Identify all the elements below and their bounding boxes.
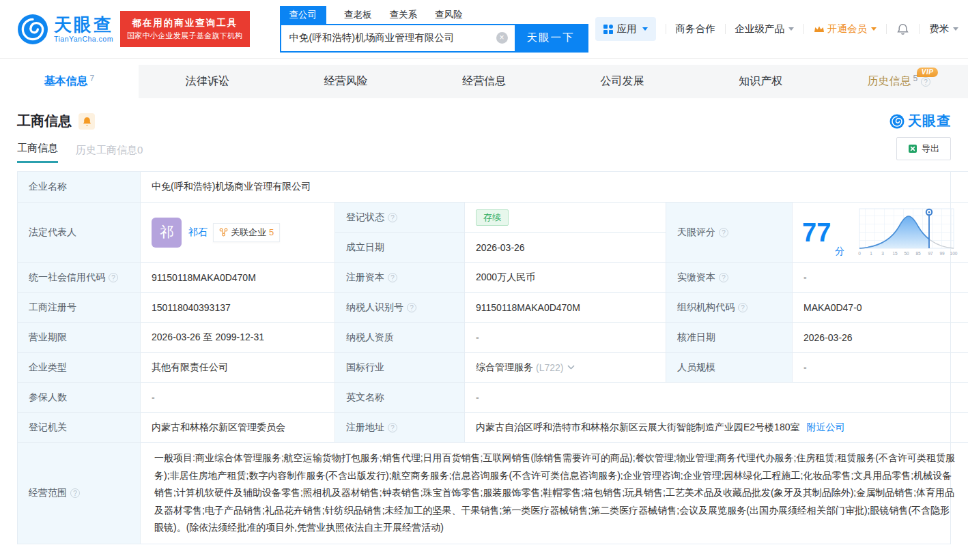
related-companies-label: 关联企业 bbox=[231, 226, 266, 239]
reg-capital-label-text: 注册资本 bbox=[346, 271, 384, 284]
tab-label: 基本信息 bbox=[44, 74, 87, 89]
taxpayer-id-label-text: 纳税人识别号 bbox=[346, 301, 403, 314]
question-icon[interactable]: ? bbox=[921, 77, 930, 87]
legal-rep-avatar[interactable]: 祁 bbox=[152, 218, 182, 248]
uscc-label: 统一社会信用代码? bbox=[17, 262, 140, 292]
reg-authority-value: 内蒙古和林格尔新区管理委员会 bbox=[140, 412, 334, 442]
staff-size-value: - bbox=[792, 352, 968, 382]
tab-intellectual-property[interactable]: 知识产权 bbox=[692, 65, 830, 98]
reg-capital-label: 注册资本? bbox=[334, 262, 464, 292]
clear-icon[interactable]: × bbox=[496, 32, 508, 44]
taxpayer-id-value: 91150118MAKA0D470M bbox=[464, 292, 666, 322]
question-icon[interactable]: ? bbox=[719, 273, 728, 282]
brand-domain: TianYanCha.com bbox=[54, 35, 113, 43]
top-nav: 应用 商务合作 企业级产品 开通会员 费米 bbox=[595, 17, 959, 41]
business-term-value: 2026-03-26 至 2099-12-31 bbox=[140, 322, 334, 352]
slogan-banner: 都在用的商业查询工具 国家中小企业发展子基金旗下机构 bbox=[120, 11, 250, 48]
subtab-business-info[interactable]: 工商信息 bbox=[17, 142, 58, 163]
svg-text:3: 3 bbox=[881, 251, 884, 256]
paid-capital-value: - bbox=[792, 262, 968, 292]
question-icon[interactable]: ? bbox=[738, 303, 748, 312]
related-companies-badge[interactable]: 关联企业 5 bbox=[213, 223, 280, 242]
slogan-line2: 国家中小企业发展子基金旗下机构 bbox=[127, 30, 243, 42]
question-icon[interactable]: ? bbox=[388, 423, 397, 432]
question-icon[interactable]: ? bbox=[388, 213, 397, 222]
tab-company-development[interactable]: 公司发展 bbox=[553, 65, 692, 98]
tab-count: 7 bbox=[89, 74, 94, 83]
bell-icon bbox=[896, 23, 909, 35]
bell-icon bbox=[83, 117, 91, 126]
insured-count-value: - bbox=[140, 382, 334, 412]
legal-rep-cell: 祁 祁石 关联企业 5 bbox=[140, 202, 334, 262]
nav-business-coop[interactable]: 商务合作 bbox=[676, 23, 715, 35]
apps-menu[interactable]: 应用 bbox=[595, 17, 656, 41]
watermark-text: 天眼查 bbox=[908, 112, 951, 130]
search-tab-boss[interactable]: 查老板 bbox=[344, 6, 372, 24]
industry-expand-button[interactable] bbox=[567, 365, 575, 370]
question-icon[interactable]: ? bbox=[407, 303, 416, 312]
chevron-down-icon bbox=[953, 27, 958, 31]
paid-capital-label-text: 实缴资本 bbox=[677, 271, 715, 284]
tab-basic-info[interactable]: 基本信息7 bbox=[0, 65, 139, 98]
divider bbox=[919, 24, 920, 34]
search-box: × 天眼一下 bbox=[280, 24, 588, 53]
chevron-down-icon bbox=[567, 365, 575, 370]
tab-legal-proceedings[interactable]: 法律诉讼 bbox=[139, 65, 277, 98]
username: 费米 bbox=[929, 23, 949, 35]
english-name-value: - bbox=[464, 382, 968, 412]
business-scope-value: 一般项目:商业综合体管理服务;航空运输货物打包服务;销售代理;日用百货销售;互联… bbox=[140, 442, 968, 544]
nav-open-membership[interactable]: 开通会员 bbox=[814, 23, 877, 35]
industry-code: (L722) bbox=[536, 362, 563, 373]
taxpayer-qual-value: - bbox=[464, 322, 666, 352]
nearby-companies-link[interactable]: 附近公司 bbox=[806, 422, 844, 434]
notification-bell-button[interactable] bbox=[896, 23, 909, 35]
user-menu[interactable]: 费米 bbox=[929, 23, 958, 35]
search-button[interactable]: 天眼一下 bbox=[515, 25, 587, 51]
tab-label: 法律诉讼 bbox=[186, 74, 229, 89]
search-input[interactable] bbox=[281, 25, 496, 51]
subtab-history-business-info[interactable]: 历史工商信息0 bbox=[76, 144, 143, 163]
company-type-label: 企业类型 bbox=[17, 352, 140, 382]
reg-address-cell: 内蒙古自治区呼和浩特市和林格尔新区云展大街智能制造产业园E2号楼180室 附近公… bbox=[464, 412, 968, 442]
insured-count-label: 参保人数 bbox=[17, 382, 140, 412]
tianyancha-logo-icon bbox=[17, 14, 48, 45]
divider bbox=[886, 24, 887, 34]
company-name-label: 企业名称 bbox=[17, 171, 140, 202]
legal-rep-label: 法定代表人 bbox=[17, 202, 140, 262]
uscc-value: 91150118MAKA0D470M bbox=[140, 262, 334, 292]
export-label: 导出 bbox=[922, 143, 939, 155]
tab-operation-info[interactable]: 经营信息 bbox=[415, 65, 554, 98]
reg-capital-value: 2000万人民币 bbox=[464, 262, 666, 292]
question-icon[interactable]: ? bbox=[70, 488, 80, 498]
search-tab-risk[interactable]: 查风险 bbox=[435, 6, 463, 24]
subscribe-bell-button[interactable] bbox=[79, 113, 95, 130]
company-type-value: 其他有限责任公司 bbox=[140, 352, 334, 382]
search-tabs: 查公司 查老板 查关系 查风险 bbox=[280, 6, 588, 24]
svg-text:99: 99 bbox=[940, 251, 945, 256]
tab-history-info[interactable]: VIP 历史信息5 ? bbox=[829, 65, 968, 98]
question-icon[interactable]: ? bbox=[719, 228, 728, 237]
enterprise-label: 企业级产品 bbox=[735, 23, 785, 35]
tab-label: 知识产权 bbox=[739, 74, 782, 89]
svg-text:85: 85 bbox=[916, 251, 922, 256]
apps-grid-icon bbox=[603, 25, 613, 34]
svg-text:15: 15 bbox=[893, 251, 898, 256]
tab-label: 历史信息 bbox=[867, 74, 911, 89]
nav-enterprise-products[interactable]: 企业级产品 bbox=[735, 23, 795, 35]
reg-address-label-text: 注册地址 bbox=[346, 422, 384, 434]
subtab-row: 工商信息 历史工商信息0 导出 bbox=[0, 140, 968, 163]
crown-icon bbox=[814, 25, 825, 33]
reg-address-label: 注册地址? bbox=[334, 412, 464, 442]
business-scope-label-text: 经营范围 bbox=[29, 487, 67, 499]
export-button[interactable]: 导出 bbox=[896, 137, 951, 160]
question-icon[interactable]: ? bbox=[109, 273, 118, 282]
question-icon[interactable]: ? bbox=[388, 273, 397, 282]
tianyancha-logo[interactable]: 天眼查 TianYanCha.com bbox=[17, 14, 113, 45]
reg-status-cell: 存续 bbox=[464, 202, 666, 232]
search-tab-company[interactable]: 查公司 bbox=[280, 6, 327, 24]
legal-rep-name-link[interactable]: 祁石 bbox=[188, 226, 208, 239]
tab-label: 经营风险 bbox=[324, 74, 367, 89]
brand-name: 天眼查 bbox=[54, 15, 113, 35]
tab-operation-risk[interactable]: 经营风险 bbox=[276, 65, 415, 98]
search-tab-relation[interactable]: 查关系 bbox=[390, 6, 418, 24]
